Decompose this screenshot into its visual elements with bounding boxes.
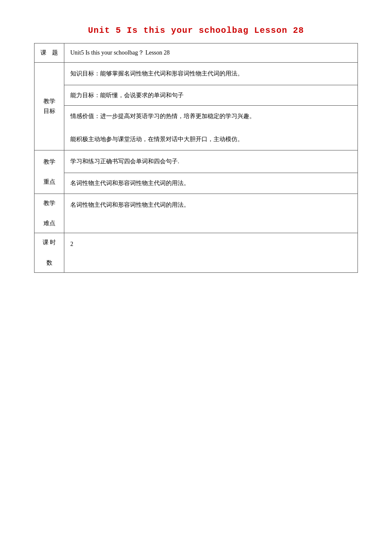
teaching-focus-cell1: 学习和练习正确书写四会单词和四会句子.: [64, 150, 358, 173]
ability-objective-row: 能力目标：能听懂，会说要求的单词和句子: [35, 85, 358, 106]
teaching-objectives-label: 教学目标: [35, 62, 64, 150]
teaching-difficulty-row: 教学难点 名词性物主代词和形容词性物主代词的用法。: [35, 194, 358, 233]
teaching-focus-cell2: 名词性物主代词和形容词性物主代词的用法。: [64, 173, 358, 194]
class-hours-row: 课 时数 2: [35, 233, 358, 272]
header-label-cell: 课题: [35, 43, 64, 63]
teaching-focus-label: 教学重点: [35, 150, 64, 194]
knowledge-objective-cell: 知识目标：能够掌握名词性物主代词和形容词性物主代词的用法。: [64, 62, 358, 85]
class-hours-label: 课 时数: [35, 233, 64, 272]
class-hours-cell: 2: [64, 233, 358, 272]
teaching-focus-row1: 教学重点 学习和练习正确书写四会单词和四会句子.: [35, 150, 358, 173]
page-title: Unit 5 Is this your schoolbag Lesson 28: [34, 26, 358, 35]
ability-objective-cell: 能力目标：能听懂，会说要求的单词和句子: [64, 85, 358, 106]
teaching-focus-row2: 名词性物主代词和形容词性物主代词的用法。: [35, 173, 358, 194]
teaching-difficulty-label: 教学难点: [35, 194, 64, 233]
emotion-objective-row: 情感价值：进一步提高对英语学习的热情，培养更加稳定的学习兴趣。 能积极主动地参与…: [35, 106, 358, 150]
lesson-table: 课题 Unit5 Is this your schoolbag？ Lesson …: [34, 43, 358, 273]
teaching-difficulty-cell: 名词性物主代词和形容词性物主代词的用法。: [64, 194, 358, 233]
teaching-objectives-row: 教学目标 知识目标：能够掌握名词性物主代词和形容词性物主代词的用法。: [35, 62, 358, 85]
table-header-row: 课题 Unit5 Is this your schoolbag？ Lesson …: [35, 43, 358, 63]
header-value-cell: Unit5 Is this your schoolbag？ Lesson 28: [64, 43, 358, 63]
emotion-objective-cell: 情感价值：进一步提高对英语学习的热情，培养更加稳定的学习兴趣。 能积极主动地参与…: [64, 106, 358, 150]
